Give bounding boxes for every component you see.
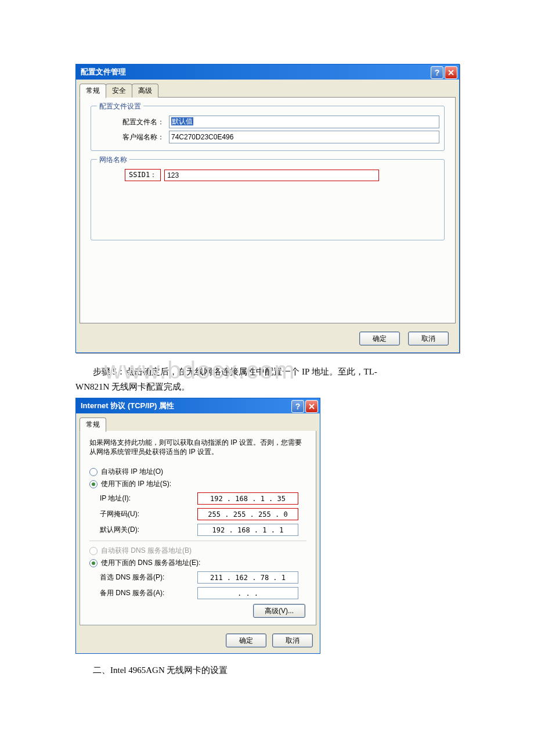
radio-auto-dns: 自动获得 DNS 服务器地址(B) (89, 546, 306, 556)
body-paragraph: 二、Intel 4965AGN 无线网卡的设置 (75, 663, 459, 678)
preferred-dns-label: 首选 DNS 服务器(P): (100, 573, 197, 582)
help-icon[interactable]: ? (431, 66, 443, 79)
tab-pane-general: 如果网络支持此功能，则可以获取自动指派的 IP 设置。否则，您需要从网络系统管理… (80, 431, 316, 625)
radio-use-dns[interactable]: 使用下面的 DNS 服务器地址(E): (89, 558, 306, 568)
close-icon[interactable] (305, 400, 318, 413)
tab-general[interactable]: 常规 (80, 417, 106, 432)
window-title: Internet 协议 (TCP/IP) 属性 (81, 401, 174, 411)
help-icon[interactable]: ? (291, 400, 304, 413)
titlebar: 配置文件管理 ? (76, 64, 459, 80)
radio-icon (89, 559, 98, 567)
radio-icon (89, 480, 98, 488)
tab-strip: 常规 安全 高级 (76, 80, 459, 97)
alternate-dns-input[interactable]: . . . (197, 587, 298, 599)
client-name-label: 客户端名称： (96, 132, 169, 142)
ok-button[interactable]: 确定 (226, 633, 266, 647)
ok-button[interactable]: 确定 (359, 332, 400, 345)
titlebar: Internet 协议 (TCP/IP) 属性 ? (76, 398, 320, 413)
profile-name-label: 配置文件名： (96, 117, 169, 127)
ip-address-input[interactable]: 192 . 168 . 1 . 35 (197, 492, 298, 505)
profile-settings-fieldset: 配置文件设置 配置文件名： 默认值 客户端名称： (91, 106, 445, 151)
profile-manager-dialog: 配置文件管理 ? 常规 安全 高级 配置文件设置 配置文件名： 默认值 (75, 64, 460, 353)
tab-advanced[interactable]: 高级 (132, 84, 158, 98)
tab-security[interactable]: 安全 (106, 84, 132, 98)
default-gateway-input[interactable]: 192 . 168 . 1 . 1 (197, 524, 298, 536)
profile-name-input[interactable]: 默认值 (169, 116, 439, 128)
radio-icon (89, 547, 98, 555)
alternate-dns-label: 备用 DNS 服务器(A): (100, 588, 197, 598)
fieldset-legend: 网络名称 (97, 155, 129, 165)
advanced-button[interactable]: 高级(V)... (253, 604, 305, 618)
body-paragraph: 步骤 5：点击确定后，在无线网络连接属性中配置一个 IP 地址。至此，TL- W… (75, 365, 459, 394)
window-title: 配置文件管理 (81, 67, 126, 77)
tab-general[interactable]: 常规 (80, 84, 106, 98)
radio-auto-ip[interactable]: 自动获得 IP 地址(O) (89, 467, 306, 477)
tcpip-properties-dialog: Internet 协议 (TCP/IP) 属性 ? 常规 如果网络支持此功能，则… (75, 398, 320, 654)
tab-pane-general: 配置文件设置 配置文件名： 默认值 客户端名称： 网络名称 SSID1： (80, 97, 456, 323)
ssid1-input[interactable] (164, 170, 379, 181)
fieldset-legend: 配置文件设置 (97, 102, 143, 111)
cancel-button[interactable]: 取消 (272, 633, 313, 647)
subnet-mask-label: 子网掩码(U): (100, 509, 197, 519)
radio-use-ip[interactable]: 使用下面的 IP 地址(S): (89, 479, 306, 489)
ssid1-label: SSID1： (125, 169, 161, 181)
default-gateway-label: 默认网关(D): (100, 525, 197, 535)
tab-strip: 常规 (76, 413, 320, 431)
radio-icon (89, 468, 98, 476)
close-icon[interactable] (445, 66, 457, 79)
client-name-input[interactable] (169, 131, 439, 143)
help-text: 如果网络支持此功能，则可以获取自动指派的 IP 设置。否则，您需要从网络系统管理… (89, 438, 306, 456)
ip-address-label: IP 地址(I): (100, 494, 197, 503)
preferred-dns-input[interactable]: 211 . 162 . 78 . 1 (197, 571, 298, 584)
network-name-fieldset: 网络名称 SSID1： (91, 159, 445, 240)
cancel-button[interactable]: 取消 (408, 332, 449, 345)
subnet-mask-input[interactable]: 255 . 255 . 255 . 0 (197, 508, 298, 520)
